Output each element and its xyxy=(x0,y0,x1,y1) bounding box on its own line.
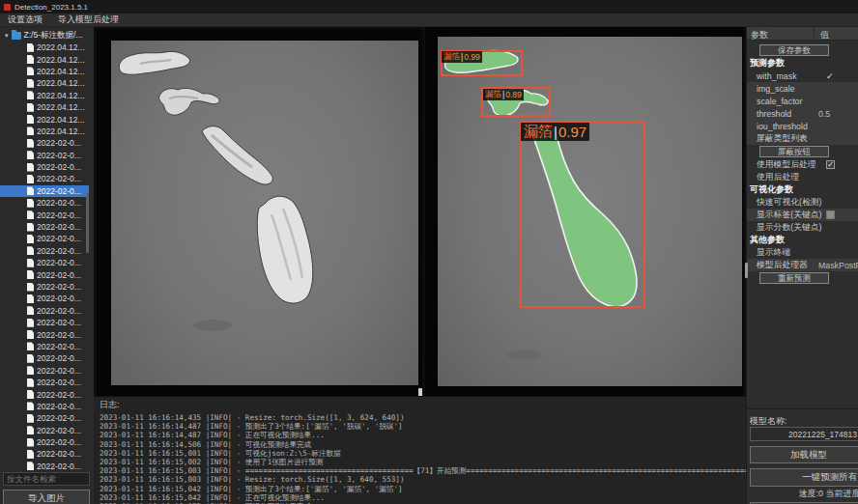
model-name-field[interactable] xyxy=(750,427,858,441)
param-button[interactable]: 保存参数 xyxy=(759,44,829,56)
tree-item-file[interactable]: 2022-02-0... xyxy=(0,412,89,424)
file-name: 2022.04.12... xyxy=(37,102,85,112)
tree-item-file[interactable]: 2022-02-0... xyxy=(0,425,89,436)
tree-item-file[interactable]: 2022-02-0... xyxy=(0,377,89,388)
file-name: 2022-02-0... xyxy=(37,353,81,363)
tree-item-file[interactable]: 2022.04.12... xyxy=(0,66,89,77)
tree-item-file[interactable]: 2022.04.12... xyxy=(0,53,89,65)
param-row[interactable]: 模型后处理器MaskPostPro xyxy=(747,259,858,271)
file-icon xyxy=(27,139,34,148)
tree-item-file[interactable]: 2022-02-0... xyxy=(0,173,89,184)
param-button-row: 屏蔽按钮 xyxy=(747,145,858,158)
file-icon xyxy=(27,55,34,64)
param-row[interactable]: img_scale xyxy=(747,82,858,95)
param-button-row: 保存参数 xyxy=(747,43,858,57)
file-name: 2022-02-0... xyxy=(37,282,81,292)
tree-item-file[interactable]: 2022-02-0... xyxy=(0,150,89,161)
param-button[interactable]: 屏蔽按钮 xyxy=(759,146,829,157)
file-name: 2022-02-0... xyxy=(37,222,81,232)
param-row[interactable]: 使用后处理 xyxy=(747,171,858,183)
tree-item-file[interactable]: 2022-02-0... xyxy=(0,352,89,364)
param-label: 屏蔽类型列表 xyxy=(757,133,808,145)
divider xyxy=(747,408,858,409)
tree-item-file[interactable]: 2022-02-0... xyxy=(0,293,89,304)
checkbox[interactable] xyxy=(826,210,835,219)
import-images-button[interactable]: 导入图片 xyxy=(3,490,90,504)
tree-item-file[interactable]: 2022.04.12... xyxy=(0,42,89,53)
checkbox[interactable]: ✓ xyxy=(826,160,835,169)
tree-item-file[interactable]: 2022.04.12... xyxy=(0,126,89,137)
tree-item-file[interactable]: 2022-02-0... xyxy=(0,233,89,244)
image-canvas-prediction[interactable]: 漏箔 | 0.99 漏箔 | 0.89 漏箔 | 0.97 xyxy=(438,37,742,386)
file-icon xyxy=(27,199,34,208)
tree-root-folder[interactable]: ▾ Z:/5-标注数据/... xyxy=(0,29,94,42)
file-icon xyxy=(27,223,34,232)
param-row[interactable]: 显示终端 xyxy=(747,246,858,259)
log-panel[interactable]: 日志: 2023-01-11 16:16:14,435 |INFO| - Res… xyxy=(94,396,746,504)
file-icon xyxy=(27,438,34,447)
file-icon xyxy=(27,186,34,195)
menu-item-import-postprocess[interactable]: 导入模型后处理 xyxy=(58,14,119,26)
tree-item-file[interactable]: 2022-02-0... xyxy=(0,305,89,317)
file-name: 2022-02-0... xyxy=(37,318,81,327)
load-model-button[interactable]: 加载模型 xyxy=(750,446,858,463)
param-row[interactable]: 屏蔽类型列表 xyxy=(747,132,858,145)
tree-scrollbar-thumb[interactable] xyxy=(86,193,89,253)
param-label: 模型后处理器 xyxy=(757,260,808,271)
tree-item-file[interactable]: 2022-02-0... xyxy=(0,341,89,352)
param-row[interactable]: 使用模型后处理✓ xyxy=(747,158,858,171)
detection-score: 0.97 xyxy=(558,124,586,140)
tree-item-file[interactable]: 2022-02-0... xyxy=(0,268,89,280)
menu-item-settings[interactable]: 设置选项 xyxy=(8,14,43,26)
image-canvas-original[interactable] xyxy=(111,41,418,385)
file-name: 2022-02-0... xyxy=(37,138,81,148)
tree-item-file[interactable]: 2022.04.12... xyxy=(0,90,89,101)
param-row[interactable]: 显示分数(关键点) xyxy=(747,221,858,234)
tree-item-file[interactable]: 2022-02-0... xyxy=(0,401,89,412)
log-line: 2023-01-11 16:16:15,003 |INFO| - Resize:… xyxy=(100,475,746,484)
file-tree[interactable]: ▾ Z:/5-标注数据/... 2022.04.12...2022.04.12.… xyxy=(0,29,94,471)
file-icon xyxy=(27,67,34,75)
param-row[interactable]: 显示标签(关键点) xyxy=(747,209,858,221)
param-row[interactable]: threshold0.5 xyxy=(747,107,858,120)
param-row[interactable]: scale_factor xyxy=(747,95,858,107)
file-icon xyxy=(27,270,34,279)
tree-item-file[interactable]: 2022-02-0... xyxy=(0,448,89,460)
param-value: 0.5 xyxy=(818,109,830,119)
log-line: 2023-01-11 16:16:15,003 |INFO| - =======… xyxy=(100,466,746,475)
tree-item-file[interactable]: 2022-02-0... xyxy=(0,245,89,257)
param-section-title: 其他参数 xyxy=(747,234,858,246)
tree-item-file[interactable]: 2022-02-0... xyxy=(0,281,89,293)
file-icon xyxy=(27,366,34,375)
tree-item-file[interactable]: 2022-02-0... xyxy=(0,221,89,233)
detection-label: 漏箔 | 0.99 xyxy=(442,51,482,63)
tree-item-file[interactable]: 2022-02-0... xyxy=(0,185,89,197)
file-name: 2022.04.12... xyxy=(37,67,85,76)
param-button[interactable]: 重新预测 xyxy=(759,272,829,284)
column-header-value: 值 xyxy=(814,27,858,40)
tree-item-file[interactable]: 2022.04.12... xyxy=(0,113,89,125)
tree-item-file[interactable]: 2022-02-0... xyxy=(0,197,89,209)
param-row[interactable]: with_mask✓ xyxy=(747,70,858,82)
tree-item-file[interactable]: 2022.04.12... xyxy=(0,77,89,89)
tree-item-file[interactable]: 2022-02-0... xyxy=(0,436,89,448)
tree-item-file[interactable]: 2022-02-0... xyxy=(0,137,89,149)
tree-item-file[interactable]: 2022-02-0... xyxy=(0,257,89,268)
tree-item-file[interactable]: 2022-02-0... xyxy=(0,328,89,340)
file-name: 2022-02-0... xyxy=(37,270,81,280)
file-icon xyxy=(27,163,34,172)
search-input[interactable] xyxy=(3,472,90,486)
panel-splitter-handle[interactable] xyxy=(745,263,748,278)
tree-item-file[interactable]: 2022-02-0... xyxy=(0,161,89,173)
param-row[interactable]: 快速可视化(检测) xyxy=(747,196,858,209)
tree-item-file[interactable]: 2022-02-0... xyxy=(0,388,89,400)
tree-item-file[interactable]: 2022-02-0... xyxy=(0,209,89,220)
tree-item-file[interactable]: 2022-02-0... xyxy=(0,317,89,328)
predict-all-button[interactable]: 一键预测所有 xyxy=(750,468,858,487)
tree-item-file[interactable]: 2022.04.12... xyxy=(0,101,89,113)
tree-item-file[interactable]: 2022-02-0... xyxy=(0,461,89,471)
file-icon xyxy=(27,306,34,315)
tree-item-file[interactable]: 2022-02-0... xyxy=(0,365,89,377)
chevron-down-icon: ▾ xyxy=(5,32,9,39)
param-row[interactable]: iou_threshold xyxy=(747,120,858,132)
